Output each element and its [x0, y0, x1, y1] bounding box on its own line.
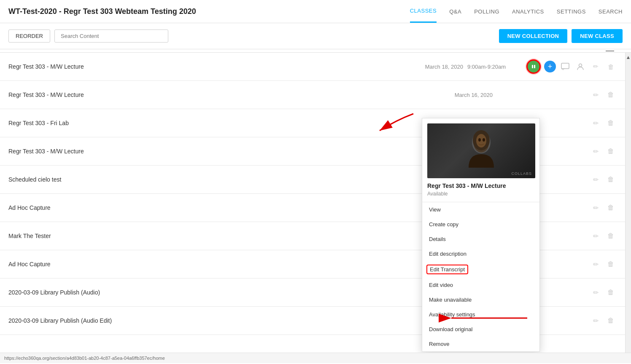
row-actions: ✏ 🗑 [590, 145, 617, 157]
tab-classes[interactable]: CLASSES [410, 0, 437, 23]
new-collection-button[interactable]: NEW COLLECTION [499, 29, 568, 43]
context-menu-view[interactable]: View [422, 202, 539, 217]
context-video-title: Regr Test 303 - M/W Lecture [427, 182, 534, 189]
row-title: Ad Hoc Capture [8, 204, 442, 211]
svg-point-0 [530, 63, 537, 70]
edit-icon-button[interactable]: ✏ [590, 117, 601, 129]
row-date: March 18, 2020 [413, 64, 463, 70]
nav-tabs: CLASSES Q&A POLLING ANALYTICS SETTINGS S… [410, 0, 623, 23]
svg-point-9 [478, 138, 481, 142]
scrollbar[interactable]: ▲ [625, 53, 631, 353]
delete-icon-button[interactable]: 🗑 [605, 230, 617, 242]
row-title: Ad Hoc Capture [8, 261, 442, 268]
context-menu-header: COLLABS Regr Test 303 - M/W Lecture Avai… [422, 118, 539, 202]
table-row[interactable]: Regr Test 303 - M/W Lecture March 16, 20… [0, 81, 625, 109]
row-title: Regr Test 303 - M/W Lecture [8, 63, 413, 70]
add-icon-button[interactable]: + [544, 61, 556, 72]
row-actions: ✏ 🗑 [590, 89, 617, 101]
scroll-indicator [606, 51, 614, 51]
status-url: https://echo360qa.org/section/a4d83b01-a… [4, 356, 165, 361]
play-icon [530, 63, 537, 70]
svg-rect-2 [534, 65, 535, 68]
chat-icon [561, 62, 570, 71]
edit-icon-button[interactable]: ✏ [590, 230, 601, 242]
chat-icon-button[interactable] [559, 61, 571, 72]
row-actions: ✏ 🗑 [590, 202, 617, 214]
plus-icon: + [548, 62, 553, 71]
context-menu-details[interactable]: Details [422, 232, 539, 246]
thumbnail-image: COLLABS [427, 123, 535, 178]
row-title: Regr Test 303 - M/W Lecture [8, 148, 442, 155]
svg-rect-1 [532, 65, 533, 68]
row-title: 2020-03-09 Library Publish (Audio) [8, 289, 442, 296]
scroll-up-arrow[interactable]: ▲ [626, 54, 631, 60]
edit-icon-button[interactable]: ✏ [590, 202, 601, 214]
row-title: Regr Test 303 - M/W Lecture [8, 91, 442, 98]
svg-point-4 [579, 64, 582, 67]
delete-icon-button[interactable]: 🗑 [605, 286, 617, 298]
row-actions: ✏ 🗑 [590, 258, 617, 270]
svg-point-10 [483, 138, 485, 142]
row-title: Regr Test 303 - Fri Lab [8, 120, 442, 126]
context-menu-edit-transcript[interactable]: Edit Transcript [422, 261, 539, 278]
page-title: WT-Test-2020 - Regr Test 303 Webteam Tes… [8, 7, 196, 16]
context-menu-remove[interactable]: Remove [422, 337, 539, 351]
row-actions: ✏ 🗑 [590, 315, 617, 327]
context-menu-download-original[interactable]: Download original [422, 322, 539, 337]
edit-icon-button[interactable]: ✏ [590, 145, 601, 157]
delete-icon-button[interactable]: 🗑 [605, 89, 617, 101]
person-icon [576, 62, 585, 71]
context-menu-availability-settings[interactable]: Availability settings [422, 307, 539, 322]
delete-icon-button[interactable]: 🗑 [605, 202, 617, 214]
delete-icon-button[interactable]: 🗑 [605, 117, 617, 129]
context-video-status: Available [427, 191, 534, 197]
tab-settings[interactable]: SETTINGS [557, 0, 586, 23]
row-actions: ✏ 🗑 [590, 117, 617, 129]
row-date: March 16, 2020 [442, 92, 493, 98]
watermark-text: COLLABS [511, 171, 532, 176]
content-top-bar [0, 49, 631, 53]
svg-rect-3 [561, 63, 569, 69]
reorder-button[interactable]: REORDER [8, 29, 50, 43]
row-title: Scheduled cielo test [8, 176, 442, 183]
tab-qa[interactable]: Q&A [449, 0, 461, 23]
row-title: Mark The Tester [8, 233, 442, 239]
delete-icon-button[interactable]: 🗑 [605, 174, 617, 185]
row-title: 2020-03-09 Library Publish (Audio Edit) [8, 317, 442, 324]
tab-polling[interactable]: POLLING [474, 0, 499, 23]
new-class-button[interactable]: NEW CLASS [572, 29, 623, 43]
toolbar-left: REORDER [8, 29, 168, 43]
toolbar-right: NEW COLLECTION NEW CLASS [499, 29, 623, 43]
delete-icon-button[interactable]: 🗑 [605, 145, 617, 157]
person-silhouette-icon [456, 126, 507, 176]
row-time: 9:00am-9:20am [467, 64, 518, 70]
header: WT-Test-2020 - Regr Test 303 Webteam Tes… [0, 0, 631, 23]
edit-icon-button[interactable]: ✏ [590, 174, 601, 185]
edit-transcript-label: Edit Transcript [426, 265, 468, 274]
content-area: Regr Test 303 - M/W Lecture March 18, 20… [0, 53, 631, 353]
context-menu-edit-video[interactable]: Edit video [422, 278, 539, 292]
edit-icon-button[interactable]: ✏ [590, 61, 601, 72]
status-bar: https://echo360qa.org/section/a4d83b01-a… [0, 353, 631, 363]
edit-icon-button[interactable]: ✏ [590, 258, 601, 270]
tab-search[interactable]: SEARCH [599, 0, 623, 23]
row-actions: ✏ 🗑 [590, 174, 617, 185]
tab-analytics[interactable]: ANALYTICS [512, 0, 544, 23]
context-menu-edit-description[interactable]: Edit description [422, 246, 539, 261]
edit-icon-button[interactable]: ✏ [590, 286, 601, 298]
row-actions: ✏ 🗑 [590, 286, 617, 298]
edit-icon-button[interactable]: ✏ [590, 315, 601, 327]
row-actions: ✏ 🗑 [590, 230, 617, 242]
delete-icon-button[interactable]: 🗑 [605, 258, 617, 270]
toolbar: REORDER NEW COLLECTION NEW CLASS [0, 23, 631, 49]
context-menu: COLLABS Regr Test 303 - M/W Lecture Avai… [422, 118, 540, 352]
search-input[interactable] [54, 29, 168, 43]
context-menu-make-unavailable[interactable]: Make unavailable [422, 292, 539, 307]
person-icon-button[interactable] [574, 61, 586, 72]
media-icon-button[interactable] [526, 59, 541, 74]
delete-icon-button[interactable]: 🗑 [605, 61, 617, 72]
delete-icon-button[interactable]: 🗑 [605, 315, 617, 327]
edit-icon-button[interactable]: ✏ [590, 89, 601, 101]
context-menu-create-copy[interactable]: Create copy [422, 217, 539, 232]
table-row[interactable]: Regr Test 303 - M/W Lecture March 18, 20… [0, 53, 625, 81]
